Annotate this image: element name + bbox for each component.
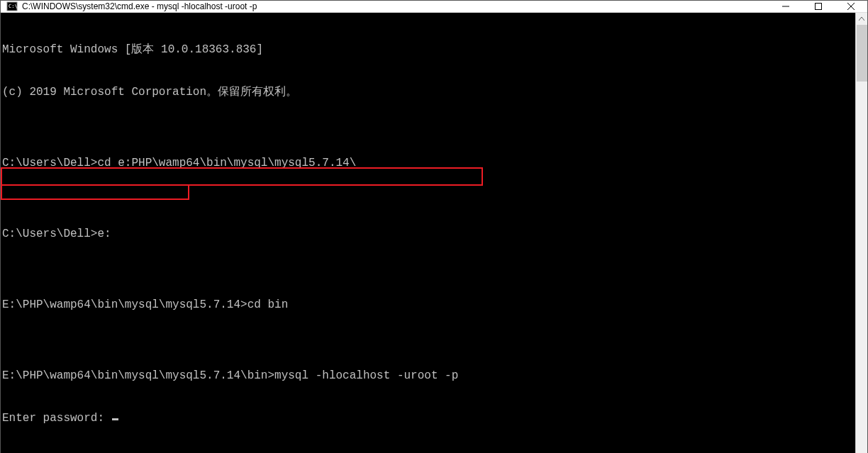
term-line: C:\Users\Dell>cd e:PHP\wamp64\bin\mysql\…	[2, 156, 855, 170]
close-button[interactable]	[835, 1, 867, 12]
scroll-up-button[interactable]	[856, 13, 867, 25]
term-line: E:\PHP\wamp64\bin\mysql\mysql5.7.14\bin>…	[2, 369, 855, 383]
vertical-scrollbar[interactable]	[855, 13, 867, 453]
terminal-output[interactable]: Microsoft Windows [版本 10.0.18363.836] (c…	[1, 13, 855, 453]
cursor-icon	[112, 418, 118, 420]
svg-text:C:\: C:\	[9, 4, 18, 9]
window-title: C:\WINDOWS\system32\cmd.exe - mysql -hlo…	[22, 1, 769, 11]
maximize-button[interactable]	[802, 1, 835, 12]
term-line: (c) 2019 Microsoft Corporation。保留所有权利。	[2, 85, 855, 99]
minimize-button[interactable]	[769, 1, 802, 12]
window-controls	[769, 1, 867, 12]
scroll-thumb[interactable]	[857, 25, 867, 82]
svg-rect-3	[816, 4, 822, 10]
term-line: Microsoft Windows [版本 10.0.18363.836]	[2, 43, 855, 57]
title-bar[interactable]: C:\ C:\WINDOWS\system32\cmd.exe - mysql …	[1, 1, 867, 13]
cmd-window: C:\ C:\WINDOWS\system32\cmd.exe - mysql …	[0, 0, 868, 453]
cmd-icon: C:\	[6, 1, 18, 12]
term-line: Enter password:	[2, 411, 855, 425]
terminal-container: Microsoft Windows [版本 10.0.18363.836] (c…	[1, 13, 867, 453]
annotation-highlight-password	[1, 184, 189, 200]
term-line: E:\PHP\wamp64\bin\mysql\mysql5.7.14>cd b…	[2, 298, 855, 312]
password-prompt: Enter password:	[2, 412, 111, 425]
term-line: C:\Users\Dell>e:	[2, 227, 855, 241]
